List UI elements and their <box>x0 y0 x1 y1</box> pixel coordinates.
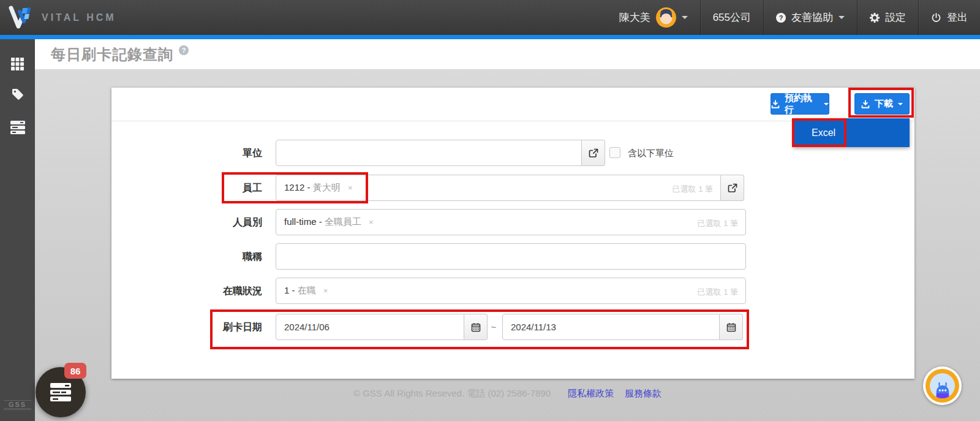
schedule-run-button[interactable]: 預約執行 <box>771 93 829 115</box>
logout-button[interactable]: 登出 <box>918 0 980 35</box>
logout-label: 登出 <box>947 10 968 25</box>
list-icon <box>10 120 26 135</box>
form-row-employee: 員工 1212 - 黃大明 × 已選取 1 筆 <box>111 175 914 201</box>
status-tag-name: 在職 <box>298 285 316 295</box>
form-row-personnel: 人員別 full-time - 全職員工 × 已選取 1 筆 <box>111 209 914 235</box>
top-navbar: VITAL HCM 陳大美 655公司 ? <box>0 0 980 35</box>
schedule-run-label: 預約執行 <box>785 93 819 116</box>
personnel-input[interactable]: full-time - 全職員工 × 已選取 1 筆 <box>276 209 746 235</box>
caret-down-icon <box>824 103 829 105</box>
terms-of-service-link[interactable]: 服務條款 <box>625 388 662 400</box>
download-dropdown: Excel <box>793 118 910 147</box>
vital-hcm-logo-icon <box>9 6 34 30</box>
chatbot-fab[interactable] <box>923 366 962 405</box>
menu-item-excel[interactable]: Excel <box>793 127 835 138</box>
status-input[interactable]: 1 - 在職 × 已選取 1 筆 <box>276 278 746 304</box>
settings-label: 設定 <box>885 10 906 25</box>
end-date-input[interactable] <box>502 314 720 340</box>
settings-button[interactable]: 設定 <box>857 0 918 35</box>
brand-text: VITAL HCM <box>42 12 116 23</box>
accent-line <box>0 35 980 39</box>
employee-picker-button[interactable] <box>721 175 744 201</box>
unit-picker-button[interactable] <box>582 140 605 166</box>
chevron-down-icon <box>682 16 688 19</box>
employee-label: 員工 <box>111 175 262 201</box>
employee-tag-name: 黃大明 <box>313 182 341 192</box>
job-title-input[interactable] <box>276 243 746 270</box>
form-row-job-title: 職稱 <box>111 243 914 270</box>
user-menu[interactable]: 陳大美 <box>607 0 700 35</box>
gear-icon <box>870 13 880 23</box>
power-icon <box>931 12 941 23</box>
title-help-icon[interactable]: ? <box>179 45 189 55</box>
remove-tag-icon[interactable]: × <box>369 218 374 227</box>
selected-count-hint: 已選取 1 筆 <box>698 287 738 298</box>
remove-tag-icon[interactable]: × <box>348 183 353 192</box>
question-icon: ? <box>776 13 786 23</box>
personnel-label: 人員別 <box>111 209 262 235</box>
download-button[interactable]: 下載 <box>854 93 910 115</box>
calendar-icon <box>726 322 736 332</box>
copyright-text: © GSS All Rights Reseved. 電話 (02) 2586-7… <box>353 388 551 400</box>
external-link-icon <box>728 183 737 193</box>
footer: © GSS All Rights Reseved. 電話 (02) 2586-7… <box>35 388 980 400</box>
sidebar-item-tags[interactable] <box>0 81 35 108</box>
personnel-tag: full-time - 全職員工 × <box>284 216 374 228</box>
download-icon <box>771 100 780 108</box>
company-name: 655公司 <box>713 10 751 25</box>
help-menu[interactable]: ? 友善協助 <box>763 0 857 35</box>
job-title-label: 職稱 <box>111 243 262 270</box>
personnel-tag-name: 全職員工 <box>325 216 361 227</box>
grid-icon <box>10 57 24 71</box>
employee-tag-code: 1212 - <box>284 182 311 192</box>
end-date-calendar-button[interactable] <box>720 314 743 340</box>
privacy-policy-link[interactable]: 隱私權政策 <box>568 388 614 400</box>
start-date-input[interactable] <box>276 314 464 340</box>
calendar-icon <box>471 322 481 332</box>
robot-icon <box>930 373 955 398</box>
title-band: 每日刷卡記錄查詢 ? <box>35 39 980 70</box>
employee-tag: 1212 - 黃大明 × <box>284 182 352 194</box>
brand[interactable]: VITAL HCM <box>0 6 116 30</box>
include-sub-units-label: 含以下單位 <box>628 140 674 166</box>
external-link-icon <box>589 148 598 158</box>
chatbot-ring <box>925 369 959 403</box>
unit-label: 單位 <box>111 140 262 166</box>
navbar-right: 陳大美 655公司 ? 友善協助 <box>607 0 980 35</box>
tag-icon <box>10 87 25 102</box>
start-date-calendar-button[interactable] <box>464 314 488 340</box>
form-row-date-range: 刷卡日期 <box>111 314 914 340</box>
status-tag-code: 1 - <box>284 285 295 295</box>
gss-watermark: GSS <box>4 400 31 410</box>
company-menu[interactable]: 655公司 <box>700 0 763 35</box>
selected-count-hint: 已選取 1 筆 <box>698 218 738 229</box>
notification-badge: 86 <box>64 363 86 379</box>
include-sub-units-checkbox[interactable] <box>609 147 620 158</box>
caret-down-icon <box>898 103 903 105</box>
date-range-label: 刷卡日期 <box>111 314 262 340</box>
page-title: 每日刷卡記錄查詢 <box>51 45 173 64</box>
query-card: 預約執行 下載 Excel 單位 <box>111 88 914 379</box>
remove-tag-icon[interactable]: × <box>323 286 328 295</box>
user-name: 陳大美 <box>619 10 650 25</box>
sidebar-item-records[interactable] <box>0 114 35 141</box>
avatar <box>656 7 676 28</box>
list-icon <box>50 382 72 402</box>
app-root: VITAL HCM 陳大美 655公司 ? <box>0 0 980 421</box>
status-tag: 1 - 在職 × <box>284 285 328 297</box>
selected-count-hint: 已選取 1 筆 <box>673 184 713 195</box>
status-label: 在職狀況 <box>111 278 262 304</box>
form-row-status: 在職狀況 1 - 在職 × 已選取 1 筆 <box>111 278 914 304</box>
employee-input[interactable]: 1212 - 黃大明 × 已選取 1 筆 <box>276 175 721 201</box>
personnel-tag-code: full-time - <box>284 216 322 227</box>
sidebar-item-apps[interactable] <box>0 50 35 77</box>
help-label: 友善協助 <box>791 10 833 25</box>
unit-input[interactable] <box>276 140 582 166</box>
date-range-separator: ~ <box>486 314 501 340</box>
download-icon <box>861 100 870 108</box>
download-label: 下載 <box>875 98 893 110</box>
chevron-down-icon <box>839 16 845 19</box>
sidebar: GSS <box>0 39 35 421</box>
